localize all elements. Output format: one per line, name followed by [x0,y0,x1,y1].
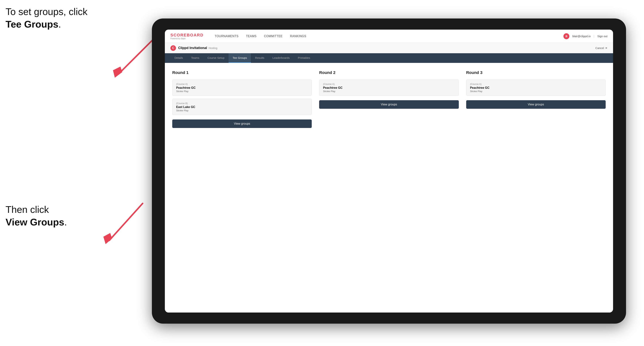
nav-teams[interactable]: TEAMS [242,30,260,43]
tab-details[interactable]: Details [170,53,187,63]
logo: SCOREBOARD [170,33,204,37]
round-2-course-a-label: (Course A) [323,83,455,85]
round-2-course-a-name: Peachtree GC [323,86,455,90]
round-2-view-groups-button[interactable]: View groups [319,100,458,109]
nav-rankings[interactable]: RANKINGS [286,30,310,43]
tournament-name: Clippd Invitational [178,46,207,50]
instruction-line1: To set groups, click [6,6,88,17]
tab-printables[interactable]: Printables [294,53,314,63]
logo-area: SCOREBOARD Powered by clippit [170,33,204,40]
round-1-title: Round 1 [172,70,312,75]
tablet-screen: SCOREBOARD Powered by clippit TOURNAMENT… [165,30,613,313]
arrow-view-groups [98,200,150,248]
tablet-device: SCOREBOARD Powered by clippit TOURNAMENT… [152,18,626,324]
main-content: Round 1 (Course A) Peachtree GC Stroke P… [165,63,613,313]
round-2-section: Round 2 (Course A) Peachtree GC Stroke P… [319,70,458,128]
round-1-course-a-format: Stroke Play [176,90,308,93]
user-avatar: B [564,33,569,39]
svg-marker-1 [113,67,122,78]
tab-nav: Details Teams Course Setup Tee Groups Re… [165,53,613,63]
nav-links: TOURNAMENTS TEAMS COMMITTEE RANKINGS [211,30,564,43]
round-1-course-b-card: (Course B) East Lake GC Stroke Play [172,99,312,115]
tournament-status: Hosting [208,47,217,50]
tournament-logo: C [170,45,176,51]
svg-line-2 [109,203,142,240]
round-1-course-a-card: (Course A) Peachtree GC Stroke Play [172,80,312,96]
logo-text: SCOREBOARD [170,33,204,37]
round-2-title: Round 2 [319,70,458,75]
tab-leaderboards[interactable]: Leaderboards [268,53,294,63]
round-3-view-groups-button[interactable]: View groups [466,100,606,109]
instruction-then-click: Then click [6,204,49,215]
round-1-course-a-label: (Course A) [176,83,308,85]
round-1-course-b-label: (Course B) [176,102,308,105]
tab-tee-groups[interactable]: Tee Groups [228,53,251,63]
tab-results[interactable]: Results [251,53,268,63]
round-2-course-a-format: Stroke Play [323,90,455,93]
instruction-period2: . [64,217,67,227]
round-3-section: Round 3 (Course A) Peachtree GC Stroke P… [466,70,606,128]
instruction-tee-groups: Tee Groups [6,19,58,30]
round-1-course-b-format: Stroke Play [176,109,308,112]
round-2-course-a-card: (Course A) Peachtree GC Stroke Play [319,80,458,96]
round-3-course-a-name: Peachtree GC [470,86,602,90]
round-1-view-groups-button[interactable]: View groups [172,120,312,128]
cancel-icon: ✕ [605,46,608,50]
tab-teams[interactable]: Teams [187,53,203,63]
round-3-course-a-format: Stroke Play [470,90,602,93]
logo-sub: Powered by clippit [170,37,204,40]
round-3-course-a-label: (Course A) [470,83,602,85]
nav-right: B blair@clippd.io | Sign out [564,33,608,39]
nav-tournaments[interactable]: TOURNAMENTS [211,30,242,43]
instruction-bottom: Then click View Groups. [6,203,67,228]
tab-course-setup[interactable]: Course Setup [203,53,228,63]
tournament-header: C Clippd Invitational Hosting Cancel ✕ [165,43,613,53]
round-3-title: Round 3 [466,70,606,75]
instruction-period1: . [58,19,61,30]
round-1-section: Round 1 (Course A) Peachtree GC Stroke P… [172,70,312,128]
top-nav: SCOREBOARD Powered by clippit TOURNAMENT… [165,30,613,43]
nav-committee[interactable]: COMMITTEE [260,30,286,43]
user-email: blair@clippd.io [572,35,591,38]
round-1-course-a-name: Peachtree GC [176,86,308,90]
cancel-button[interactable]: Cancel ✕ [595,46,608,50]
instruction-view-groups: View Groups [6,217,64,227]
round-3-course-a-card: (Course A) Peachtree GC Stroke Play [466,80,606,96]
instruction-top: To set groups, click Tee Groups. [6,5,88,30]
rounds-container: Round 1 (Course A) Peachtree GC Stroke P… [172,70,606,128]
sign-out-button[interactable]: Sign out [597,35,608,38]
svg-marker-3 [103,233,112,244]
round-1-course-b-name: East Lake GC [176,105,308,109]
